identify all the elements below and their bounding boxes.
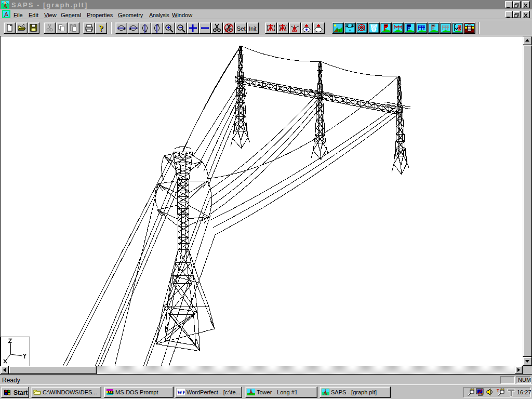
svg-text:Set: Set — [237, 25, 246, 32]
svg-text:?: ? — [99, 23, 103, 33]
svg-text:Init: Init — [249, 25, 257, 32]
svg-text:MS: MS — [108, 390, 114, 395]
svg-text:T: T — [497, 388, 499, 393]
svg-text:WP: WP — [177, 390, 185, 395]
